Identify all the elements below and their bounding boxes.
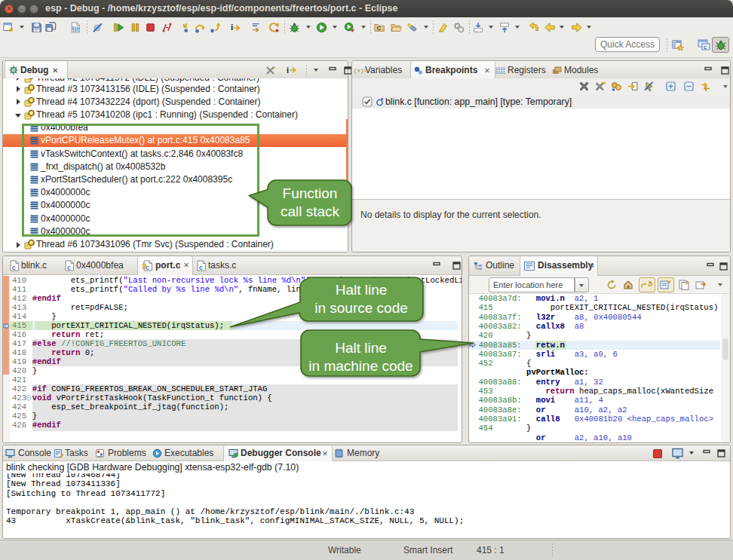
svg-text:i: i [287,66,289,75]
svg-text:101: 101 [72,29,79,32]
svg-text:i: i [231,23,233,32]
svg-text:(x)=: (x)= [354,68,366,74]
svg-text:C: C [377,25,382,32]
svg-text:0101: 0101 [495,71,505,75]
svg-text:C: C [704,45,707,50]
